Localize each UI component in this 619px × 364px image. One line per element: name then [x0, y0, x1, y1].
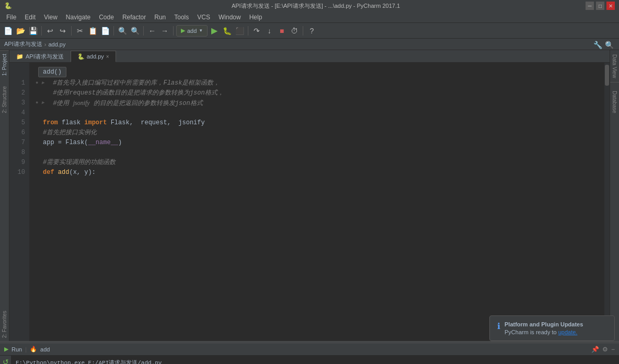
left-vertical-tabs: 1: Project 2: Structure 2: Favorites — [0, 50, 9, 341]
separator-6 — [248, 26, 248, 36]
run-panel: ▶ Run | 🔥 add 📌 ⚙ − ↺ ⤓ ■ ↑ ⏸ ↵ 🖨 ⚙ × E:… — [0, 343, 619, 364]
editor-tabs: 📁 API请求与发送 🐍 add.py × — [9, 50, 610, 63]
breadcrumb-file[interactable]: add.py — [48, 41, 65, 48]
profile-button[interactable]: ⏱ — [289, 25, 300, 37]
run-sep: | — [25, 346, 27, 353]
run-icon: ▶ — [4, 346, 8, 353]
separator-2 — [71, 26, 72, 36]
menu-vcs[interactable]: VCS — [193, 11, 214, 23]
run-output[interactable]: E:\Python\python.exe E:/API请求与发送/add.py … — [12, 356, 619, 364]
menu-code[interactable]: Code — [95, 11, 118, 23]
favorites-tab[interactable]: 2: Favorites — [0, 308, 9, 341]
rerun-button[interactable]: ↺ — [1, 358, 10, 364]
help-button[interactable]: ? — [306, 25, 317, 37]
notification-text: PyCharm is ready to — [505, 329, 558, 335]
line-num-6: 6 — [9, 128, 25, 138]
menu-edit[interactable]: Edit — [20, 11, 40, 23]
kw-def: def — [43, 168, 58, 178]
run-config-selector[interactable]: ▶ add ▼ — [176, 25, 208, 37]
save-button[interactable]: 💾 — [27, 25, 39, 37]
code-line-6: #首先把接口实例化 — [36, 128, 605, 138]
breakpoint-1[interactable]: ● — [36, 78, 38, 88]
copy-button[interactable]: 📋 — [87, 25, 98, 37]
pin-panel-button[interactable]: 📌 — [591, 346, 599, 353]
run-with-coverage[interactable]: ⬛ — [234, 25, 245, 37]
redo-button[interactable]: ↪ — [57, 25, 68, 37]
app-logo: 🐍 — [4, 2, 12, 9]
tab-close-button[interactable]: × — [106, 54, 109, 60]
cut-button[interactable]: ✂ — [74, 25, 86, 37]
scrollbar-thumb[interactable] — [605, 65, 609, 86]
line-9-text: #需要实现调用的功能函数 — [43, 158, 116, 168]
menu-help[interactable]: Help — [245, 11, 267, 23]
separator-4 — [143, 26, 144, 36]
line-2-text: #使用request的函数目的是把请求的参数转换为json格式， — [45, 88, 224, 98]
line-num-10: 10 — [9, 168, 25, 178]
structure-tab[interactable]: 2: Structure — [0, 83, 9, 116]
undo-button[interactable]: ↩ — [44, 25, 56, 37]
run-button[interactable]: ▶ — [209, 25, 220, 37]
fold-3[interactable]: ● — [36, 98, 38, 108]
debug-button[interactable]: 🐛 — [221, 25, 233, 37]
maximize-button[interactable]: □ — [596, 2, 604, 10]
code-line-10: def add ( x , y ): — [36, 168, 605, 178]
fn-params: ( — [69, 168, 73, 178]
separator-7 — [303, 26, 303, 36]
module-flask: flask — [62, 118, 84, 128]
window-title: API请求与发送 - [E:\API请求与发送] - ...\add.py - … — [46, 2, 586, 10]
panel-controls: 📌 ⚙ − — [591, 346, 615, 353]
code-editor[interactable]: add() 1 2 3 4 5 6 7 8 9 10 ●▶ #首先导入接口编写过… — [9, 63, 610, 341]
search-everywhere[interactable]: 🔍 — [603, 39, 615, 51]
stop-button[interactable]: ■ — [276, 25, 288, 37]
close-paren: ) — [118, 138, 122, 148]
data-view-tab[interactable]: Data View — [610, 50, 619, 83]
function-tooltip: add() — [38, 67, 66, 77]
forward-button[interactable]: → — [159, 25, 170, 37]
editor-scrollbar[interactable] — [604, 63, 610, 341]
paste-button[interactable]: 📄 — [99, 25, 111, 37]
menu-bar: File Edit View Navigate Code Refactor Ru… — [0, 11, 619, 23]
back-button[interactable]: ← — [146, 25, 158, 37]
step-into-button[interactable]: ↓ — [263, 25, 275, 37]
tab-add-py[interactable]: 🐍 add.py × — [71, 51, 116, 62]
menu-tools[interactable]: Tools — [170, 11, 193, 23]
code-line-2: ●▶ #使用request的函数目的是把请求的参数转换为json格式， — [36, 88, 605, 98]
menu-file[interactable]: File — [2, 11, 20, 23]
menu-run[interactable]: Run — [150, 11, 170, 23]
project-tab[interactable]: 1: Project — [0, 50, 9, 79]
line-6-text: #首先把接口实例化 — [43, 128, 97, 138]
comma: , — [77, 168, 84, 178]
menu-window[interactable]: Window — [214, 11, 245, 23]
param-x: x — [73, 168, 77, 178]
code-lines[interactable]: ●▶ #首先导入接口编写过程中所需要的库，Flask是框架函数， ●▶ #使用r… — [29, 63, 610, 341]
code-line-5: from flask import Flask, request, jsonif… — [36, 118, 605, 128]
find-button[interactable]: 🔍 — [117, 25, 128, 37]
open-button[interactable]: 📂 — [15, 25, 26, 37]
panel-collapse-button[interactable]: − — [611, 346, 615, 353]
separator-5 — [173, 26, 174, 36]
settings-button[interactable]: 🔧 — [592, 39, 603, 51]
menu-view[interactable]: View — [40, 11, 62, 23]
new-button[interactable]: 📄 — [2, 25, 14, 37]
replace-button[interactable]: 🔍 — [129, 25, 141, 37]
tab-filename: add.py — [87, 53, 104, 60]
menu-navigate[interactable]: Navigate — [62, 11, 95, 23]
panel-gear-button[interactable]: ⚙ — [602, 346, 608, 353]
tab-project-label: API请求与发送 — [26, 53, 64, 61]
breadcrumb-project[interactable]: API请求与发送 — [4, 40, 42, 48]
code-line-1: ●▶ #首先导入接口编写过程中所需要的库，Flask是框架函数， — [36, 78, 605, 88]
tab-breadcrumb-project[interactable]: 📁 API请求与发送 — [9, 51, 71, 62]
fold-1[interactable]: ▶ — [41, 78, 44, 88]
breadcrumb-sep: › — [44, 41, 47, 48]
close-button[interactable]: ✕ — [606, 2, 615, 10]
minimize-button[interactable]: ─ — [586, 2, 594, 10]
database-tab[interactable]: Database — [610, 87, 619, 118]
notification-popup: ℹ Platform and Plugin Updates PyCharm is… — [489, 315, 615, 341]
run-flame-icon: 🔥 — [30, 346, 37, 353]
step-over-button[interactable]: ↷ — [251, 25, 262, 37]
menu-refactor[interactable]: Refactor — [118, 11, 150, 23]
separator-1 — [41, 26, 42, 36]
fn-add: add — [58, 168, 70, 178]
notification-update-link[interactable]: update. — [558, 329, 578, 335]
panel-title: ▶ Run | 🔥 add — [4, 346, 50, 353]
